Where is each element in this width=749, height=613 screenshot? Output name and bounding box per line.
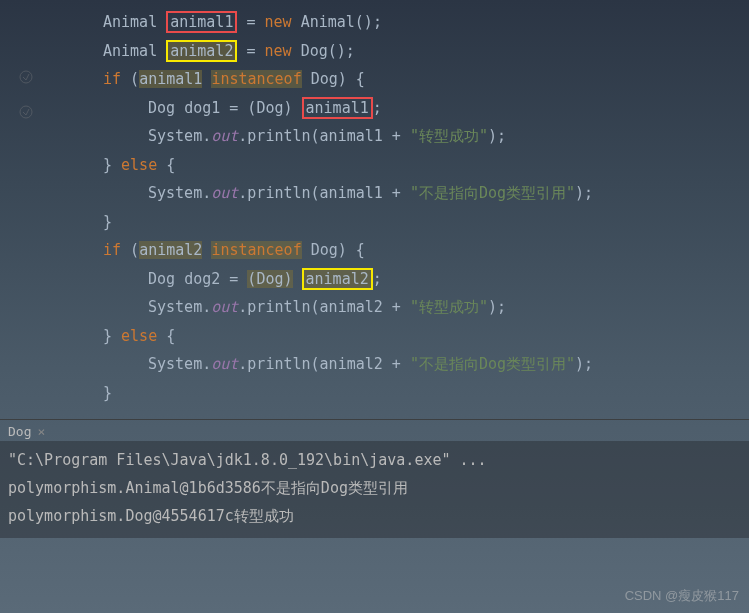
- operator: +: [392, 127, 401, 145]
- variable: animal2: [320, 298, 383, 316]
- code-line[interactable]: }: [8, 208, 749, 237]
- variable-highlight-red: animal1: [166, 11, 237, 33]
- code-line[interactable]: Dog dog1 = (Dog) animal1;: [8, 94, 749, 123]
- variable-highlight-yellow: animal2: [166, 40, 237, 62]
- field: out: [211, 355, 238, 373]
- code-line[interactable]: Animal animal1 = new Animal();: [8, 8, 749, 37]
- code-line[interactable]: Animal animal2 = new Dog();: [8, 37, 749, 66]
- class: System: [148, 127, 202, 145]
- string: "转型成功": [410, 127, 488, 145]
- variable: animal2: [139, 241, 202, 259]
- method: println: [247, 184, 310, 202]
- brace: }: [103, 213, 112, 231]
- variable: dog2: [184, 270, 220, 288]
- console-tab-bar: Dog ×: [0, 420, 749, 441]
- code-line[interactable]: if (animal1 instanceof Dog) {: [8, 65, 749, 94]
- constructor: Dog: [301, 42, 328, 60]
- code-line[interactable]: System.out.println(animal1 + "不是指向Dog类型引…: [8, 179, 749, 208]
- variable-highlight-red: animal1: [302, 97, 373, 119]
- code-line[interactable]: } else {: [8, 151, 749, 180]
- keyword: new: [265, 13, 292, 31]
- code-line[interactable]: System.out.println(animal2 + "转型成功");: [8, 293, 749, 322]
- keyword: if: [103, 241, 121, 259]
- code-line[interactable]: System.out.println(animal2 + "不是指向Dog类型引…: [8, 350, 749, 379]
- variable: animal1: [320, 127, 383, 145]
- class: System: [148, 298, 202, 316]
- variable: animal1: [320, 184, 383, 202]
- string: "不是指向Dog类型引用": [410, 355, 575, 373]
- variable-highlight-yellow: animal2: [302, 268, 373, 290]
- operator: +: [392, 184, 401, 202]
- code-line[interactable]: }: [8, 379, 749, 408]
- brace: }: [103, 327, 112, 345]
- close-icon[interactable]: ×: [37, 424, 45, 439]
- code-line[interactable]: Dog dog2 = (Dog) animal2;: [8, 265, 749, 294]
- field: out: [211, 127, 238, 145]
- string: "不是指向Dog类型引用": [410, 184, 575, 202]
- operator: +: [392, 355, 401, 373]
- gutter-override-icon: [18, 66, 34, 82]
- field: out: [211, 184, 238, 202]
- type: Dog: [256, 99, 283, 117]
- method: println: [247, 298, 310, 316]
- class: System: [148, 355, 202, 373]
- string: "转型成功": [410, 298, 488, 316]
- code-line[interactable]: System.out.println(animal1 + "转型成功");: [8, 122, 749, 151]
- brace: {: [166, 327, 175, 345]
- type: Animal: [103, 13, 157, 31]
- operator: +: [392, 298, 401, 316]
- keyword: if: [103, 70, 121, 88]
- console-line: "C:\Program Files\Java\jdk1.8.0_192\bin\…: [8, 447, 741, 475]
- type: Dog: [148, 99, 175, 117]
- variable: animal1: [139, 70, 202, 88]
- class: System: [148, 184, 202, 202]
- type: Dog: [256, 270, 283, 288]
- keyword: else: [121, 327, 157, 345]
- keyword: instanceof: [211, 70, 301, 88]
- brace: {: [166, 156, 175, 174]
- watermark: CSDN @瘦皮猴117: [625, 587, 739, 605]
- code-line[interactable]: } else {: [8, 322, 749, 351]
- brace: }: [103, 384, 112, 402]
- console-tab[interactable]: Dog: [8, 424, 31, 439]
- constructor: Animal: [301, 13, 355, 31]
- method: println: [247, 355, 310, 373]
- console-output[interactable]: "C:\Program Files\Java\jdk1.8.0_192\bin\…: [0, 441, 749, 538]
- console-line: polymorphism.Animal@1b6d3586不是指向Dog类型引用: [8, 475, 741, 503]
- gutter-override-icon: [18, 101, 34, 117]
- variable: dog1: [184, 99, 220, 117]
- code-line[interactable]: if (animal2 instanceof Dog) {: [8, 236, 749, 265]
- keyword: instanceof: [211, 241, 301, 259]
- brace: }: [103, 156, 112, 174]
- svg-point-0: [20, 71, 32, 83]
- keyword: else: [121, 156, 157, 174]
- keyword: new: [265, 42, 292, 60]
- type: Animal: [103, 42, 157, 60]
- svg-point-1: [20, 106, 32, 118]
- field: out: [211, 298, 238, 316]
- code-editor[interactable]: Animal animal1 = new Animal(); Animal an…: [0, 0, 749, 415]
- method: println: [247, 127, 310, 145]
- type: Dog: [311, 70, 338, 88]
- console-line: polymorphism.Dog@4554617c转型成功: [8, 503, 741, 531]
- type: Dog: [148, 270, 175, 288]
- type: Dog: [311, 241, 338, 259]
- variable: animal2: [320, 355, 383, 373]
